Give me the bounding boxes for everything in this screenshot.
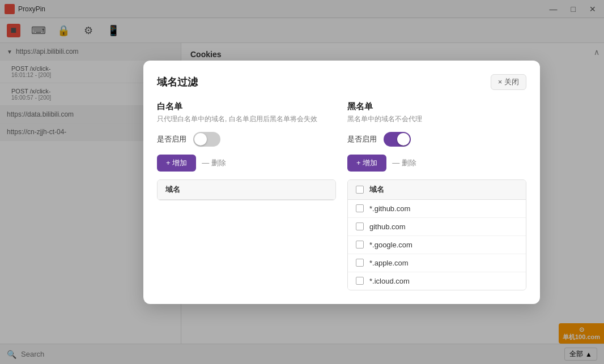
- whitelist-desc: 只代理白名单中的域名, 白名单启用后黑名单将会失效: [157, 114, 336, 124]
- blacklist-domain-0: *.github.com: [369, 204, 410, 213]
- blacklist-checkbox-2[interactable]: [356, 241, 364, 249]
- blacklist-toggle[interactable]: [384, 132, 411, 147]
- blacklist-table-header: 域名: [348, 180, 526, 200]
- whitelist-enabled-row: 是否启用: [157, 132, 336, 147]
- domain-filter-dialog: 域名过滤 × 关闭 白名单 只代理白名单中的域名, 白名单启用后黑名单将会失效 …: [143, 61, 540, 304]
- blacklist-checkbox-0[interactable]: [356, 204, 364, 212]
- whitelist-add-button[interactable]: + 增加: [157, 155, 196, 172]
- blacklist-checkbox-4[interactable]: [356, 277, 364, 285]
- whitelist-delete-button[interactable]: — 删除: [202, 158, 226, 168]
- blacklist-delete-button[interactable]: — 删除: [392, 158, 416, 168]
- blacklist-row-3[interactable]: *.apple.com: [348, 254, 526, 272]
- blacklist-row-0[interactable]: *.github.com: [348, 200, 526, 218]
- dialog-body: 白名单 只代理白名单中的域名, 白名单启用后黑名单将会失效 是否启用 + 增加 …: [157, 101, 526, 290]
- whitelist-toggle-knob: [194, 133, 207, 145]
- blacklist-domain-3: *.apple.com: [369, 259, 409, 267]
- blacklist-header-label: 域名: [369, 185, 384, 195]
- dialog-close-button[interactable]: × 关闭: [491, 74, 526, 90]
- whitelist-action-row: + 增加 — 删除: [157, 155, 336, 172]
- blacklist-title: 黑名单: [347, 101, 526, 112]
- whitelist-title: 白名单: [157, 101, 336, 112]
- blacklist-column: 黑名单 黑名单中的域名不会代理 是否启用 + 增加 — 删除 域名 *.g: [347, 101, 526, 290]
- blacklist-row-4[interactable]: *.icloud.com: [348, 272, 526, 290]
- blacklist-table: 域名 *.github.com github.com *.google.com …: [347, 179, 526, 290]
- whitelist-enabled-label: 是否启用: [157, 134, 186, 144]
- blacklist-domain-1: github.com: [369, 222, 406, 231]
- dialog-title: 域名过滤: [157, 75, 198, 89]
- whitelist-header-label: 域名: [165, 185, 180, 195]
- blacklist-checkbox-1[interactable]: [356, 222, 364, 230]
- blacklist-header-checkbox[interactable]: [356, 186, 364, 194]
- blacklist-add-button[interactable]: + 增加: [347, 155, 386, 172]
- dialog-header: 域名过滤 × 关闭: [157, 74, 526, 90]
- whitelist-toggle[interactable]: [193, 132, 220, 147]
- blacklist-domain-4: *.icloud.com: [369, 277, 410, 285]
- blacklist-desc: 黑名单中的域名不会代理: [347, 114, 526, 124]
- blacklist-action-row: + 增加 — 删除: [347, 155, 526, 172]
- blacklist-domain-2: *.google.com: [369, 241, 412, 249]
- blacklist-toggle-knob: [397, 133, 410, 145]
- whitelist-table-header: 域名: [158, 180, 335, 200]
- blacklist-enabled-label: 是否启用: [347, 134, 377, 144]
- blacklist-checkbox-3[interactable]: [356, 259, 364, 267]
- blacklist-enabled-row: 是否启用: [347, 132, 526, 147]
- blacklist-row-1[interactable]: github.com: [348, 218, 526, 236]
- whitelist-table: 域名: [157, 179, 336, 200]
- blacklist-row-2[interactable]: *.google.com: [348, 236, 526, 254]
- whitelist-column: 白名单 只代理白名单中的域名, 白名单启用后黑名单将会失效 是否启用 + 增加 …: [157, 101, 336, 290]
